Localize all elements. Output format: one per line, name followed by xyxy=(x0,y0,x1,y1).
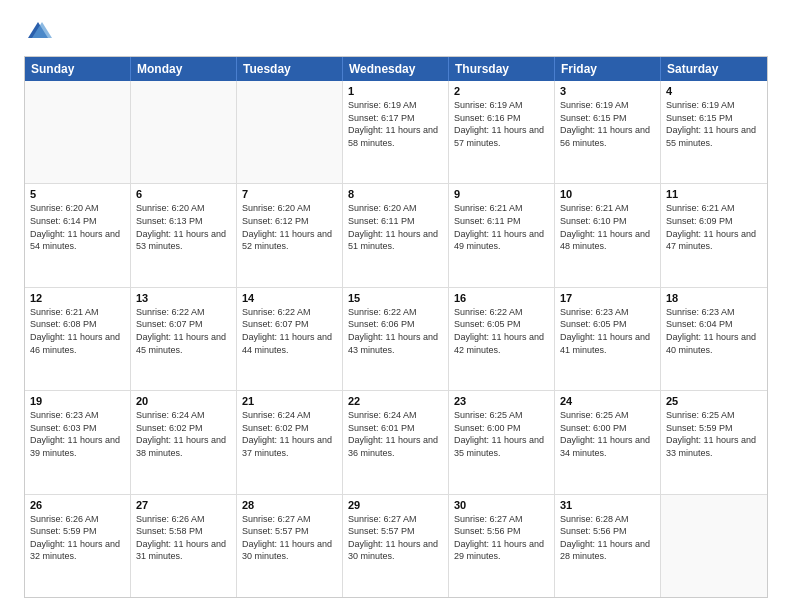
day-number: 10 xyxy=(560,188,655,200)
cell-info: Sunrise: 6:21 AMSunset: 6:08 PMDaylight:… xyxy=(30,306,125,356)
cell-info: Sunrise: 6:25 AMSunset: 6:00 PMDaylight:… xyxy=(454,409,549,459)
weekday-header-sunday: Sunday xyxy=(25,57,131,81)
cal-cell-day-16: 16Sunrise: 6:22 AMSunset: 6:05 PMDayligh… xyxy=(449,288,555,390)
cal-cell-day-29: 29Sunrise: 6:27 AMSunset: 5:57 PMDayligh… xyxy=(343,495,449,597)
day-number: 4 xyxy=(666,85,762,97)
cal-cell-day-10: 10Sunrise: 6:21 AMSunset: 6:10 PMDayligh… xyxy=(555,184,661,286)
cal-cell-day-19: 19Sunrise: 6:23 AMSunset: 6:03 PMDayligh… xyxy=(25,391,131,493)
cell-info: Sunrise: 6:20 AMSunset: 6:12 PMDaylight:… xyxy=(242,202,337,252)
cell-info: Sunrise: 6:26 AMSunset: 5:58 PMDaylight:… xyxy=(136,513,231,563)
cell-info: Sunrise: 6:21 AMSunset: 6:09 PMDaylight:… xyxy=(666,202,762,252)
calendar: SundayMondayTuesdayWednesdayThursdayFrid… xyxy=(24,56,768,598)
calendar-row-0: 1Sunrise: 6:19 AMSunset: 6:17 PMDaylight… xyxy=(25,81,767,183)
weekday-header-wednesday: Wednesday xyxy=(343,57,449,81)
cell-info: Sunrise: 6:25 AMSunset: 6:00 PMDaylight:… xyxy=(560,409,655,459)
cell-info: Sunrise: 6:20 AMSunset: 6:13 PMDaylight:… xyxy=(136,202,231,252)
day-number: 2 xyxy=(454,85,549,97)
cell-info: Sunrise: 6:22 AMSunset: 6:06 PMDaylight:… xyxy=(348,306,443,356)
weekday-header-saturday: Saturday xyxy=(661,57,767,81)
cal-cell-day-22: 22Sunrise: 6:24 AMSunset: 6:01 PMDayligh… xyxy=(343,391,449,493)
cell-info: Sunrise: 6:24 AMSunset: 6:02 PMDaylight:… xyxy=(242,409,337,459)
calendar-row-2: 12Sunrise: 6:21 AMSunset: 6:08 PMDayligh… xyxy=(25,287,767,390)
cell-info: Sunrise: 6:20 AMSunset: 6:14 PMDaylight:… xyxy=(30,202,125,252)
cal-cell-day-5: 5Sunrise: 6:20 AMSunset: 6:14 PMDaylight… xyxy=(25,184,131,286)
cal-cell-day-30: 30Sunrise: 6:27 AMSunset: 5:56 PMDayligh… xyxy=(449,495,555,597)
cal-cell-day-14: 14Sunrise: 6:22 AMSunset: 6:07 PMDayligh… xyxy=(237,288,343,390)
cell-info: Sunrise: 6:28 AMSunset: 5:56 PMDaylight:… xyxy=(560,513,655,563)
cell-info: Sunrise: 6:25 AMSunset: 5:59 PMDaylight:… xyxy=(666,409,762,459)
day-number: 18 xyxy=(666,292,762,304)
cell-info: Sunrise: 6:27 AMSunset: 5:57 PMDaylight:… xyxy=(242,513,337,563)
cell-info: Sunrise: 6:22 AMSunset: 6:05 PMDaylight:… xyxy=(454,306,549,356)
cell-info: Sunrise: 6:27 AMSunset: 5:56 PMDaylight:… xyxy=(454,513,549,563)
weekday-header-friday: Friday xyxy=(555,57,661,81)
calendar-row-4: 26Sunrise: 6:26 AMSunset: 5:59 PMDayligh… xyxy=(25,494,767,597)
cal-cell-empty xyxy=(131,81,237,183)
cal-cell-day-18: 18Sunrise: 6:23 AMSunset: 6:04 PMDayligh… xyxy=(661,288,767,390)
day-number: 22 xyxy=(348,395,443,407)
day-number: 28 xyxy=(242,499,337,511)
weekday-header-tuesday: Tuesday xyxy=(237,57,343,81)
day-number: 24 xyxy=(560,395,655,407)
logo-icon xyxy=(24,18,52,46)
weekday-header-thursday: Thursday xyxy=(449,57,555,81)
day-number: 30 xyxy=(454,499,549,511)
calendar-row-3: 19Sunrise: 6:23 AMSunset: 6:03 PMDayligh… xyxy=(25,390,767,493)
cal-cell-day-15: 15Sunrise: 6:22 AMSunset: 6:06 PMDayligh… xyxy=(343,288,449,390)
day-number: 31 xyxy=(560,499,655,511)
day-number: 14 xyxy=(242,292,337,304)
cal-cell-day-13: 13Sunrise: 6:22 AMSunset: 6:07 PMDayligh… xyxy=(131,288,237,390)
cal-cell-day-21: 21Sunrise: 6:24 AMSunset: 6:02 PMDayligh… xyxy=(237,391,343,493)
cal-cell-day-31: 31Sunrise: 6:28 AMSunset: 5:56 PMDayligh… xyxy=(555,495,661,597)
cal-cell-day-2: 2Sunrise: 6:19 AMSunset: 6:16 PMDaylight… xyxy=(449,81,555,183)
cal-cell-day-12: 12Sunrise: 6:21 AMSunset: 6:08 PMDayligh… xyxy=(25,288,131,390)
cal-cell-empty xyxy=(237,81,343,183)
day-number: 6 xyxy=(136,188,231,200)
day-number: 26 xyxy=(30,499,125,511)
cal-cell-day-27: 27Sunrise: 6:26 AMSunset: 5:58 PMDayligh… xyxy=(131,495,237,597)
day-number: 1 xyxy=(348,85,443,97)
cal-cell-day-1: 1Sunrise: 6:19 AMSunset: 6:17 PMDaylight… xyxy=(343,81,449,183)
cal-cell-empty xyxy=(25,81,131,183)
cell-info: Sunrise: 6:24 AMSunset: 6:02 PMDaylight:… xyxy=(136,409,231,459)
cal-cell-day-7: 7Sunrise: 6:20 AMSunset: 6:12 PMDaylight… xyxy=(237,184,343,286)
day-number: 3 xyxy=(560,85,655,97)
day-number: 12 xyxy=(30,292,125,304)
cal-cell-day-6: 6Sunrise: 6:20 AMSunset: 6:13 PMDaylight… xyxy=(131,184,237,286)
cal-cell-day-28: 28Sunrise: 6:27 AMSunset: 5:57 PMDayligh… xyxy=(237,495,343,597)
cell-info: Sunrise: 6:23 AMSunset: 6:04 PMDaylight:… xyxy=(666,306,762,356)
header xyxy=(24,18,768,46)
day-number: 29 xyxy=(348,499,443,511)
day-number: 9 xyxy=(454,188,549,200)
day-number: 15 xyxy=(348,292,443,304)
weekday-header-monday: Monday xyxy=(131,57,237,81)
day-number: 27 xyxy=(136,499,231,511)
day-number: 23 xyxy=(454,395,549,407)
cell-info: Sunrise: 6:20 AMSunset: 6:11 PMDaylight:… xyxy=(348,202,443,252)
cal-cell-day-3: 3Sunrise: 6:19 AMSunset: 6:15 PMDaylight… xyxy=(555,81,661,183)
cell-info: Sunrise: 6:21 AMSunset: 6:11 PMDaylight:… xyxy=(454,202,549,252)
cal-cell-empty xyxy=(661,495,767,597)
calendar-row-1: 5Sunrise: 6:20 AMSunset: 6:14 PMDaylight… xyxy=(25,183,767,286)
cell-info: Sunrise: 6:24 AMSunset: 6:01 PMDaylight:… xyxy=(348,409,443,459)
logo xyxy=(24,18,56,46)
day-number: 5 xyxy=(30,188,125,200)
cal-cell-day-20: 20Sunrise: 6:24 AMSunset: 6:02 PMDayligh… xyxy=(131,391,237,493)
cell-info: Sunrise: 6:23 AMSunset: 6:05 PMDaylight:… xyxy=(560,306,655,356)
cell-info: Sunrise: 6:19 AMSunset: 6:15 PMDaylight:… xyxy=(560,99,655,149)
cal-cell-day-9: 9Sunrise: 6:21 AMSunset: 6:11 PMDaylight… xyxy=(449,184,555,286)
day-number: 21 xyxy=(242,395,337,407)
calendar-body: 1Sunrise: 6:19 AMSunset: 6:17 PMDaylight… xyxy=(25,81,767,597)
day-number: 16 xyxy=(454,292,549,304)
day-number: 19 xyxy=(30,395,125,407)
day-number: 25 xyxy=(666,395,762,407)
day-number: 13 xyxy=(136,292,231,304)
cal-cell-day-4: 4Sunrise: 6:19 AMSunset: 6:15 PMDaylight… xyxy=(661,81,767,183)
day-number: 17 xyxy=(560,292,655,304)
cal-cell-day-23: 23Sunrise: 6:25 AMSunset: 6:00 PMDayligh… xyxy=(449,391,555,493)
cal-cell-day-26: 26Sunrise: 6:26 AMSunset: 5:59 PMDayligh… xyxy=(25,495,131,597)
cell-info: Sunrise: 6:21 AMSunset: 6:10 PMDaylight:… xyxy=(560,202,655,252)
cell-info: Sunrise: 6:23 AMSunset: 6:03 PMDaylight:… xyxy=(30,409,125,459)
cell-info: Sunrise: 6:26 AMSunset: 5:59 PMDaylight:… xyxy=(30,513,125,563)
cal-cell-day-8: 8Sunrise: 6:20 AMSunset: 6:11 PMDaylight… xyxy=(343,184,449,286)
